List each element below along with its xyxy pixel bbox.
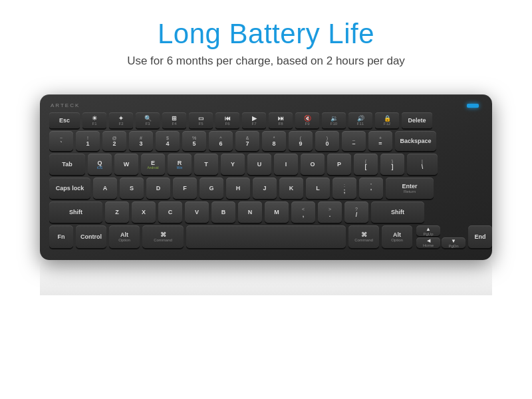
key-h[interactable]: H [226,178,250,199]
key-lshift[interactable]: Shift [49,201,102,223]
key-pgdown[interactable]: ▼PgDn [442,237,466,248]
key-f5[interactable]: ▭F5 [189,112,213,128]
subtitle: Use for 6 months per charge, based on 2 … [127,55,405,68]
key-o[interactable]: O [301,154,325,175]
key-y[interactable]: Y [221,154,245,175]
header-section: Long Battery Life Use for 6 months per c… [127,0,405,74]
num-key-row: ~` !1 @2 #3 $4 %5 ^6 &7 *8 (9 )0 _– += B… [49,131,483,151]
key-8[interactable]: *8 [262,131,286,151]
key-v[interactable]: V [185,201,209,223]
keyboard-wrapper: ARTECK Esc ☀F1 ✦F2 🔍F3 ⊞F4 ▭F5 ⏮F6 ▶F7 ⏭… [40,94,492,295]
key-1[interactable]: !1 [76,131,100,151]
key-slash[interactable]: ?/ [344,201,368,223]
key-end[interactable]: End [468,225,492,248]
key-g[interactable]: G [200,178,223,199]
key-e[interactable]: EAndroid [141,154,165,175]
brand-label: ARTECK [49,102,483,108]
key-f11[interactable]: 🔊F11 [348,112,372,128]
key-p[interactable]: P [327,154,351,175]
key-delete[interactable]: Delete [402,112,432,128]
key-q[interactable]: QiOS [88,154,112,175]
key-lbracket[interactable]: {[ [354,154,378,175]
key-9[interactable]: (9 [289,131,313,151]
key-f2[interactable]: ✦F2 [109,112,133,128]
key-capslock[interactable]: Caps lock [49,178,90,199]
key-control[interactable]: Control [76,225,106,248]
key-f9[interactable]: 🔇F9 [295,112,319,128]
key-a[interactable]: A [93,178,117,199]
key-f[interactable]: F [173,178,197,199]
bluetooth-led [467,104,479,108]
key-period[interactable]: >. [318,201,342,223]
key-7[interactable]: &7 [235,131,259,151]
key-backslash[interactable]: |\ [407,154,438,175]
key-x[interactable]: X [132,201,156,223]
key-f1[interactable]: ☀F1 [82,112,106,128]
key-alt-left[interactable]: AltOption [109,225,140,248]
key-tab[interactable]: Tab [49,154,85,175]
key-k[interactable]: K [279,178,303,199]
key-comma[interactable]: <, [291,201,315,223]
key-f8[interactable]: ⏭F8 [269,112,293,128]
key-z[interactable]: Z [105,201,129,223]
key-rshift[interactable]: Shift [371,201,424,223]
key-alt-right[interactable]: AltOption [382,225,412,248]
keyboard-container: ARTECK Esc ☀F1 ✦F2 🔍F3 ⊞F4 ▭F5 ⏮F6 ▶F7 ⏭… [40,94,492,295]
key-minus[interactable]: _– [342,131,366,151]
key-f10[interactable]: 🔉F10 [322,112,346,128]
key-5[interactable]: %5 [182,131,206,151]
key-pgup[interactable]: ▲PgUp [416,225,440,236]
key-l[interactable]: L [306,178,330,199]
key-f4[interactable]: ⊞F4 [162,112,186,128]
key-f7[interactable]: ▶F7 [242,112,266,128]
key-equals[interactable]: += [368,131,392,151]
arrow-bottom-row: ◀Home ▼PgDn [416,237,466,248]
key-backtick[interactable]: ~` [49,131,73,151]
keyboard-body: ARTECK Esc ☀F1 ✦F2 🔍F3 ⊞F4 ▭F5 ⏮F6 ▶F7 ⏭… [40,94,492,260]
caps-key-row: Caps lock A S D F G H J K L :; "' EnterR… [49,178,483,199]
key-cmd-right[interactable]: ⌘Command [348,225,379,248]
keyboard-reflection [40,259,492,295]
key-j[interactable]: J [253,178,277,199]
key-u[interactable]: U [247,154,271,175]
key-f12[interactable]: 🔒F12 [375,112,399,128]
key-d[interactable]: D [146,178,170,199]
key-c[interactable]: C [158,201,182,223]
key-esc[interactable]: Esc [49,112,80,128]
key-fn[interactable]: Fn [49,225,73,248]
key-3[interactable]: #3 [129,131,153,151]
arrow-cluster: ▲PgUp ◀Home ▼PgDn [416,225,466,248]
key-f6[interactable]: ⏮F6 [215,112,239,128]
key-2[interactable]: @2 [102,131,126,151]
key-w[interactable]: W [114,154,138,175]
key-semicolon[interactable]: :; [332,178,356,199]
key-0[interactable]: )0 [315,131,339,151]
key-s[interactable]: S [120,178,144,199]
key-rbracket[interactable]: }] [380,154,404,175]
key-t[interactable]: T [194,154,218,175]
key-6[interactable]: ^6 [209,131,233,151]
main-title: Long Battery Life [127,19,405,49]
key-r[interactable]: RWin [168,154,192,175]
key-enter[interactable]: EnterReturn [386,178,434,199]
key-b[interactable]: B [211,201,235,223]
key-spacebar[interactable] [186,225,346,248]
key-n[interactable]: N [238,201,262,223]
key-quote[interactable]: "' [359,178,383,199]
shift-key-row: Shift Z X C V B N M <, >. ?/ Shift [49,201,483,223]
key-backspace[interactable]: Backspace [395,131,436,151]
key-4[interactable]: $4 [156,131,180,151]
key-cmd-left[interactable]: ⌘Command [142,225,184,248]
bottom-key-row: Fn Control AltOption ⌘Command ⌘Command A… [49,225,483,248]
key-f3[interactable]: 🔍F3 [136,112,160,128]
key-m[interactable]: M [265,201,289,223]
fn-key-row: Esc ☀F1 ✦F2 🔍F3 ⊞F4 ▭F5 ⏮F6 ▶F7 ⏭F8 🔇F9 … [49,112,483,128]
key-i[interactable]: I [274,154,298,175]
tab-key-row: Tab QiOS W EAndroid RWin T Y U I O P {[ … [49,154,483,175]
key-home[interactable]: ◀Home [416,237,440,248]
arrow-top-row: ▲PgUp [416,225,466,236]
